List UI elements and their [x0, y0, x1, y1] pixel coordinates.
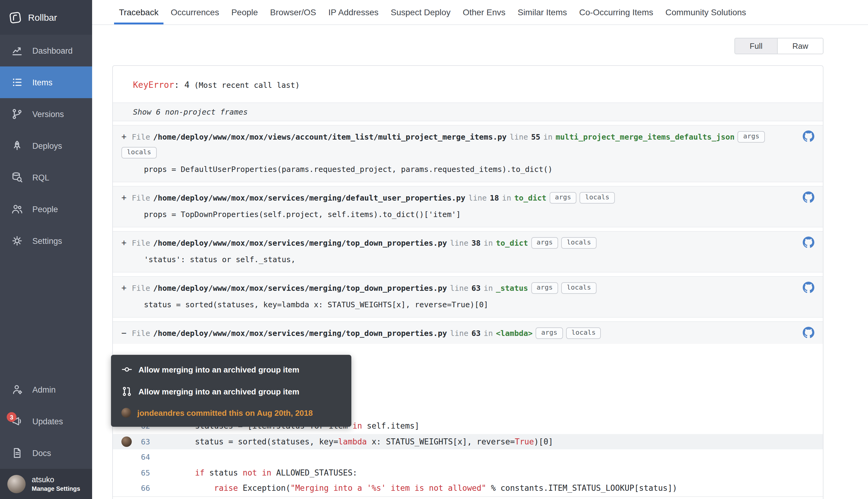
- locals-button[interactable]: locals: [580, 192, 615, 204]
- sidebar-spacer: [0, 257, 92, 374]
- frame-expander[interactable]: +: [121, 283, 129, 293]
- megaphone-icon: 3: [11, 415, 23, 427]
- sidebar-item-label: Items: [32, 78, 52, 87]
- user-avatar: [7, 475, 26, 493]
- locals-button[interactable]: locals: [561, 282, 596, 294]
- git-branch-icon: [11, 108, 23, 120]
- brand-name: Rollbar: [28, 12, 57, 23]
- sidebar-item-people[interactable]: People: [0, 193, 92, 225]
- sidebar-item-label: Settings: [32, 236, 62, 245]
- tab-co-occurring-items[interactable]: Co-Occurring Items: [574, 0, 658, 24]
- rocket-icon: [11, 139, 23, 152]
- tab-people[interactable]: People: [226, 0, 263, 24]
- commit-author-row[interactable]: jondeandres committed this on Aug 20th, …: [121, 408, 341, 418]
- frame-expander[interactable]: +: [121, 238, 129, 248]
- traceback-frame: + File /home/deploy/www/mox/mox/services…: [113, 231, 823, 272]
- sidebar-item-label: Updates: [32, 417, 63, 426]
- in-label: in: [484, 328, 493, 338]
- traceback-frame: + File /home/deploy/www/mox/mox/services…: [113, 186, 823, 228]
- error-type: KeyError: [133, 80, 174, 89]
- rollbar-logo[interactable]: Rollbar: [0, 0, 92, 35]
- committer-avatar[interactable]: [121, 436, 132, 447]
- frame-expander[interactable]: +: [121, 132, 129, 142]
- line-label: line: [469, 193, 487, 203]
- args-button[interactable]: args: [550, 192, 577, 204]
- frame-function: multi_project_merge_items_defaults_json: [556, 132, 735, 142]
- rollbar-app: Rollbar Dashboard Items: [0, 0, 868, 499]
- commit-author-link: jondeandres committed this on Aug 20th, …: [137, 408, 313, 417]
- sidebar-item-label: Docs: [32, 448, 51, 458]
- sidebar-item-rql[interactable]: RQL: [0, 161, 92, 193]
- traceback-panel: KeyError: 4 (Most recent call last) Show…: [112, 65, 823, 499]
- tab-community-solutions[interactable]: Community Solutions: [661, 0, 751, 24]
- sidebar-item-deploys[interactable]: Deploys: [0, 130, 92, 161]
- sidebar: Rollbar Dashboard Items: [0, 0, 92, 499]
- frame-expander[interactable]: +: [121, 193, 129, 203]
- view-mode-toggle: Full Raw: [734, 38, 823, 54]
- args-button[interactable]: args: [738, 131, 765, 143]
- sidebar-item-items[interactable]: Items: [0, 66, 92, 98]
- commit-message-row[interactable]: Allow merging into an archived group ite…: [121, 364, 341, 375]
- line-label: line: [450, 238, 469, 248]
- github-icon[interactable]: [803, 327, 814, 341]
- frame-file-path: /home/deploy/www/mox/mox/services/mergin…: [153, 283, 447, 293]
- database-search-icon: [11, 171, 23, 183]
- user-name: atsuko: [32, 476, 80, 485]
- frame-file-path: /home/deploy/www/mox/mox/services/mergin…: [153, 328, 447, 338]
- github-icon[interactable]: [803, 192, 814, 205]
- manage-settings-link[interactable]: Manage Settings: [32, 485, 80, 492]
- tab-occurrences[interactable]: Occurrences: [166, 0, 224, 24]
- github-icon[interactable]: [803, 282, 814, 296]
- tab-suspect-deploy[interactable]: Suspect Deploy: [386, 0, 455, 24]
- sidebar-item-versions[interactable]: Versions: [0, 98, 92, 130]
- frame-line-number: 63: [471, 328, 481, 338]
- full-view-button[interactable]: Full: [734, 38, 778, 54]
- args-button[interactable]: args: [531, 282, 558, 294]
- line-label: line: [510, 132, 528, 142]
- locals-button[interactable]: locals: [561, 237, 596, 249]
- sidebar-item-admin[interactable]: Admin: [0, 374, 92, 405]
- sidebar-item-settings[interactable]: Settings: [0, 225, 92, 257]
- line-number: 65: [113, 468, 150, 477]
- git-pull-request-icon: [121, 386, 132, 397]
- locals-button[interactable]: locals: [566, 327, 601, 339]
- raw-view-button[interactable]: Raw: [777, 38, 823, 54]
- show-non-project-frames-toggle[interactable]: Show 6 non-project frames: [113, 102, 823, 121]
- tab-ip-addresses[interactable]: IP Addresses: [324, 0, 384, 24]
- tab-similar-items[interactable]: Similar Items: [513, 0, 572, 24]
- args-button[interactable]: args: [535, 327, 563, 339]
- tab-browser-os[interactable]: Browser/OS: [265, 0, 321, 24]
- in-label: in: [484, 238, 493, 248]
- line-number: 64: [113, 453, 150, 462]
- tab-traceback[interactable]: Traceback: [114, 0, 164, 24]
- file-label: File: [132, 193, 150, 203]
- frame-function: _status: [496, 283, 528, 293]
- frame-file-path: /home/deploy/www/mox/mox/views/account/i…: [153, 132, 507, 142]
- sidebar-item-docs[interactable]: Docs: [0, 437, 92, 469]
- line-label: line: [450, 328, 469, 338]
- frame-line-number: 63: [471, 283, 481, 293]
- item-tabs: Traceback Occurrences People Browser/OS …: [92, 0, 868, 25]
- commit-message: Allow merging into an archived group ite…: [138, 365, 299, 374]
- file-label: File: [132, 238, 150, 248]
- sidebar-item-label: Versions: [32, 109, 64, 119]
- github-icon[interactable]: [803, 131, 814, 145]
- frame-code-preview: props = DefaultUserProperties(params.req…: [113, 163, 823, 182]
- line-number: 66: [113, 484, 150, 493]
- args-button[interactable]: args: [531, 237, 558, 249]
- github-icon[interactable]: [803, 236, 814, 251]
- sidebar-item-label: Admin: [32, 385, 56, 394]
- pull-request-row[interactable]: Allow merging into an archived group ite…: [121, 386, 341, 397]
- sidebar-item-dashboard[interactable]: Dashboard: [0, 35, 92, 66]
- frame-collapse-button[interactable]: −: [121, 328, 129, 338]
- in-label: in: [543, 132, 553, 142]
- sidebar-item-label: People: [32, 205, 58, 214]
- sidebar-item-updates[interactable]: 3 Updates: [0, 405, 92, 437]
- locals-button[interactable]: locals: [121, 147, 157, 159]
- line-label: line: [450, 283, 469, 293]
- error-title: KeyError: 4 (Most recent call last): [113, 66, 823, 102]
- tab-other-envs[interactable]: Other Envs: [458, 0, 510, 24]
- pull-request-title: Allow merging into an archived group ite…: [138, 387, 299, 396]
- frame-code-preview: status = sorted(statuses, key=lambda x: …: [113, 299, 823, 317]
- user-menu[interactable]: atsuko Manage Settings: [0, 469, 92, 499]
